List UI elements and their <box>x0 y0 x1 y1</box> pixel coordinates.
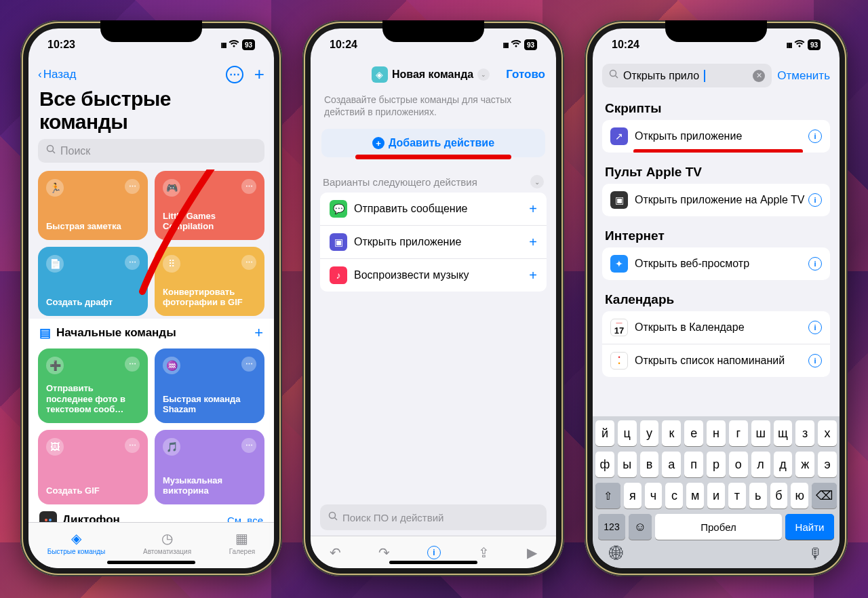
info-button[interactable]: i <box>808 193 822 207</box>
status-time: 10:23 <box>47 39 75 51</box>
key[interactable]: к <box>662 420 681 446</box>
shortcut-card[interactable]: ♒⋯ Быстрая команда Shazam <box>155 348 264 423</box>
done-button[interactable]: Готово <box>506 68 545 81</box>
key[interactable]: ь <box>749 483 767 509</box>
chevron-down-icon[interactable]: ⌄ <box>477 68 490 81</box>
add-suggestion-button[interactable]: + <box>529 235 537 250</box>
shortcut-card[interactable]: 🎵⋯ Музыкальная викторина <box>155 430 264 504</box>
key[interactable]: и <box>707 483 725 509</box>
result-row[interactable]: ▣Открыть приложение на Apple TV i <box>602 184 830 216</box>
key[interactable]: н <box>707 420 726 446</box>
globe-icon[interactable]: 🌐︎ <box>609 545 624 563</box>
suggestion-row[interactable]: ▣Открыть приложение + <box>320 226 547 259</box>
nav-title: Новая команда <box>392 68 473 81</box>
info-button[interactable]: i <box>808 257 822 271</box>
key[interactable]: ы <box>618 452 637 477</box>
play-icon[interactable]: ▶ <box>527 544 537 561</box>
key[interactable]: ю <box>791 483 808 509</box>
tab-shortcuts[interactable]: ◈ Быстрые команды <box>47 530 105 555</box>
dictaphone-section: Диктофон См. все <box>28 507 274 522</box>
result-row[interactable]: —17Открыть в Календаре i <box>602 311 830 344</box>
key[interactable]: п <box>684 452 703 477</box>
category-title: Интернет <box>593 220 840 247</box>
card-icon: 📄 <box>46 255 64 273</box>
result-row[interactable]: ✦Открыть веб-просмотр i <box>602 247 830 280</box>
tab-gallery[interactable]: ▦ Галерея <box>229 530 255 555</box>
search-field[interactable]: Поиск <box>38 139 264 163</box>
result-row[interactable]: ••Открыть список напоминаний i <box>602 344 830 377</box>
key-space[interactable]: Пробел <box>655 514 782 540</box>
add-suggestion-button[interactable]: + <box>529 201 537 217</box>
card-icon: 🎵 <box>163 438 180 456</box>
shortcut-card[interactable]: 🖼⋯ Создать GIF <box>38 430 148 504</box>
add-action-button[interactable]: + Добавить действие <box>321 129 545 157</box>
key-shift[interactable]: ⇧ <box>595 483 620 509</box>
key[interactable]: ш <box>751 420 770 446</box>
share-icon[interactable]: ⇪ <box>478 544 490 561</box>
shortcut-card[interactable]: ➕⋯ Отправить последнее фото в текстовом … <box>38 348 148 423</box>
card-more-icon[interactable]: ⋯ <box>241 357 256 372</box>
key[interactable]: в <box>640 452 659 477</box>
key[interactable]: о <box>729 452 748 477</box>
tab-automation[interactable]: ◷ Автоматизация <box>143 530 191 555</box>
folder-icon: ▤ <box>39 325 51 340</box>
card-more-icon[interactable]: ⋯ <box>125 357 140 372</box>
key[interactable]: м <box>686 483 704 509</box>
suggestion-row[interactable]: 💬Отправить сообщение + <box>320 193 547 226</box>
key[interactable]: у <box>640 420 659 446</box>
suggestion-row[interactable]: ♪Воспроизвести музыку + <box>320 259 547 292</box>
actions-search[interactable]: Поиск ПО и действий <box>320 504 547 530</box>
collapse-button[interactable]: ⌄ <box>530 175 544 188</box>
key[interactable]: ц <box>618 420 637 446</box>
key[interactable]: э <box>818 452 837 477</box>
clear-button[interactable]: ✕ <box>753 70 765 82</box>
card-more-icon[interactable]: ⋯ <box>125 438 140 453</box>
mic-icon[interactable]: 🎙︎ <box>808 545 823 563</box>
add-button[interactable]: + <box>254 64 264 85</box>
redo-icon[interactable]: ↷ <box>378 544 390 561</box>
see-all-link[interactable]: См. все <box>227 515 263 523</box>
signal-icon: ıııı <box>502 39 508 50</box>
key-123[interactable]: 123 <box>598 514 625 540</box>
key[interactable]: с <box>665 483 683 509</box>
more-button[interactable]: ⋯ <box>226 66 243 83</box>
key[interactable]: р <box>707 452 726 477</box>
status-time: 10:24 <box>330 39 357 51</box>
key[interactable]: й <box>595 420 614 446</box>
key-emoji[interactable]: ☺ <box>629 514 652 540</box>
cancel-button[interactable]: Отменить <box>777 69 830 83</box>
plus-circle-icon: + <box>372 137 384 149</box>
key[interactable]: х <box>818 420 837 446</box>
home-indicator <box>107 561 195 564</box>
key[interactable]: я <box>624 483 642 509</box>
key[interactable]: щ <box>774 420 793 446</box>
key[interactable]: з <box>795 420 814 446</box>
key[interactable]: б <box>770 483 788 509</box>
wifi-icon <box>229 39 239 50</box>
undo-icon[interactable]: ↶ <box>330 544 341 561</box>
starter-grid: ➕⋯ Отправить последнее фото в текстовом … <box>28 343 274 507</box>
key[interactable]: ч <box>645 483 663 509</box>
back-button[interactable]: ‹ Назад <box>38 68 76 81</box>
key[interactable]: д <box>774 452 793 477</box>
section-add-button[interactable]: + <box>254 324 263 342</box>
key[interactable]: т <box>728 483 746 509</box>
info-button[interactable]: i <box>808 321 822 334</box>
info-button[interactable]: i <box>808 129 822 143</box>
result-row[interactable]: ↗Открыть приложение i <box>602 120 830 153</box>
key[interactable]: л <box>751 452 770 477</box>
card-more-icon[interactable]: ⋯ <box>241 438 256 453</box>
info-button[interactable]: i <box>427 546 441 559</box>
key[interactable]: ф <box>595 452 614 477</box>
wifi-icon <box>511 39 521 50</box>
add-suggestion-button[interactable]: + <box>529 268 537 283</box>
key[interactable]: ж <box>795 452 814 477</box>
search-field[interactable]: Открыть прило ✕ <box>602 64 772 87</box>
key-backspace[interactable]: ⌫ <box>812 483 837 509</box>
info-button[interactable]: i <box>808 354 822 367</box>
key[interactable]: а <box>662 452 681 477</box>
key-find[interactable]: Найти <box>785 514 834 540</box>
key[interactable]: г <box>729 420 748 446</box>
key[interactable]: е <box>684 420 703 446</box>
calendar-icon: —17 <box>610 319 628 336</box>
